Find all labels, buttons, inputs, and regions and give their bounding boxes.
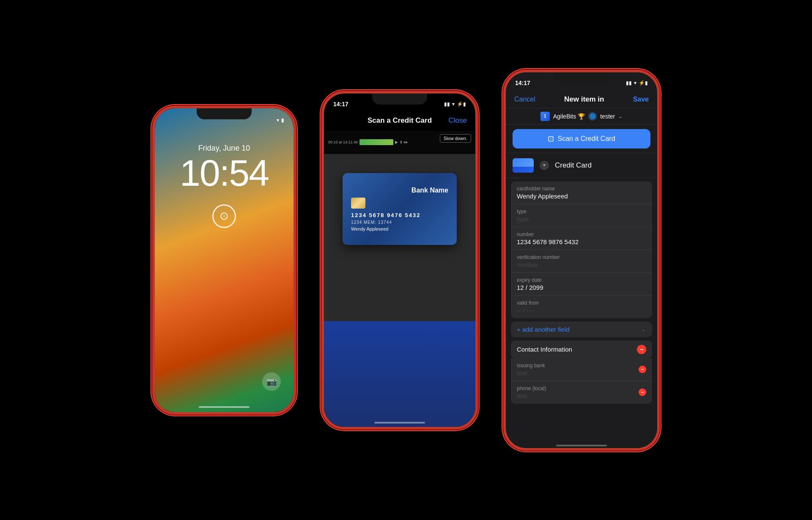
number-field[interactable]: number 1234 5678 9876 5432	[511, 227, 652, 250]
volume-up-button[interactable]	[503, 136, 505, 161]
silent-button[interactable]	[503, 110, 505, 127]
phone-local-label: phone (local)	[517, 385, 546, 391]
scan-credit-card-button[interactable]: ⊡ Scan a Credit Card	[513, 129, 650, 149]
main-fields-group: cardholder name Wendy Appleseed type typ…	[511, 182, 652, 318]
save-button[interactable]: Save	[633, 96, 649, 103]
volume-down-button[interactable]	[152, 204, 154, 229]
form-fields: cardholder name Wendy Appleseed type typ…	[506, 178, 657, 440]
dropdown-arrow-icon: ▼	[542, 163, 546, 168]
account-name: AgileBits 🏆	[553, 113, 585, 120]
form-nav: Cancel New item in Save	[506, 89, 657, 108]
home-indicator[interactable]	[374, 422, 425, 424]
form-status-bar: 14:17 ▮▮ ▾ ⚡▮	[506, 72, 657, 89]
expiry-date-field[interactable]: expiry date 12 / 2099	[511, 273, 652, 296]
power-button[interactable]	[477, 144, 478, 178]
account-selector-row[interactable]: 1 AgileBits 🏆 🌐 tester ⌄	[506, 108, 657, 125]
minus-icon: −	[641, 390, 644, 395]
add-field-label: + add another field	[517, 326, 570, 333]
wifi-icon: ▾	[634, 80, 636, 86]
scan-button-label: Scan a Credit Card	[557, 135, 615, 143]
valid-from-label: valid from	[517, 300, 646, 306]
scan-close-button[interactable]: Close	[449, 116, 467, 125]
signal-icon: ▮▮	[626, 80, 632, 86]
tester-name: tester	[600, 113, 615, 120]
valid-from-field[interactable]: valid from -- / ----	[511, 296, 652, 318]
remove-contact-section-button[interactable]: −	[637, 345, 646, 354]
battery-icon: ⚡▮	[639, 80, 648, 86]
issuing-bank-placeholder: text	[517, 369, 545, 377]
phone-lock-screen: ▾ ▮ Friday, June 10 10:54 ⊙ 📷	[152, 106, 296, 415]
home-bar[interactable]	[556, 445, 607, 446]
form-status-icons: ▮▮ ▾ ⚡▮	[626, 80, 648, 86]
number-label: number	[517, 231, 646, 237]
card-bank-name: Bank Name	[351, 187, 448, 194]
type-label: type	[517, 209, 646, 215]
volume-down-button[interactable]	[321, 189, 323, 214]
issuing-bank-field[interactable]: issuing bank text −	[511, 358, 652, 381]
contact-section-title: Contact Information	[517, 346, 572, 353]
account-chevron-icon: ⌄	[618, 113, 623, 119]
minus-icon: −	[641, 367, 644, 372]
add-field-row[interactable]: + add another field ⌄	[511, 322, 652, 337]
power-button[interactable]	[658, 123, 660, 157]
expiry-value: 12 / 2099	[517, 284, 646, 291]
scan-camera-area: 00:10 at 14:11:49 ▶ ⏸ ⏭ Slow down. Bank …	[324, 131, 475, 427]
volume-up-button[interactable]	[321, 157, 323, 182]
contact-fields-group: issuing bank text − phone (local)	[511, 358, 652, 404]
lock-date: Friday, June 10	[198, 144, 250, 153]
scan-status-bar: 14:17 ▮▮ ▾ ⚡▮	[324, 94, 475, 110]
type-field[interactable]: type type	[511, 204, 652, 227]
phone-local-field[interactable]: phone (local) text −	[511, 381, 652, 404]
remove-issuing-bank-button[interactable]: −	[639, 366, 646, 373]
logo-text: 1	[544, 114, 546, 118]
phone-form-screen: 14:17 ▮▮ ▾ ⚡▮ Cancel New item in Save 1	[503, 70, 660, 451]
card-name: Wendy Appleseed	[351, 226, 448, 231]
status-icons: ▾ ▮	[277, 117, 284, 123]
volume-down-button[interactable]	[503, 168, 505, 193]
camera-background: 00:10 at 14:11:49 ▶ ⏸ ⏭ Slow down. Bank …	[324, 131, 475, 427]
video-timecode: 00:10 at 14:11:49	[328, 140, 358, 144]
cardholder-name-field[interactable]: cardholder name Wendy Appleseed	[511, 182, 652, 204]
cancel-button[interactable]: Cancel	[514, 96, 535, 103]
lock-app-icon[interactable]: ⊙	[212, 204, 236, 228]
battery-icon: ▮	[281, 117, 284, 123]
wifi-icon: ▾	[277, 117, 279, 123]
verification-label: verification number	[517, 254, 646, 260]
trophy-icon: 🏆	[578, 113, 585, 120]
verification-number-field[interactable]: verification number number	[511, 250, 652, 273]
silent-button[interactable]	[321, 132, 323, 149]
remove-phone-local-button[interactable]: −	[639, 388, 646, 396]
onepassword-lock-icon: ⊙	[219, 209, 229, 223]
cardholder-name-label: cardholder name	[517, 186, 646, 192]
signal-icon: ▮▮	[444, 101, 450, 107]
lock-time: 10:54	[180, 154, 269, 192]
silent-button[interactable]	[152, 146, 154, 163]
card-type-dropdown-icon[interactable]: ▼	[540, 161, 549, 170]
agilebits-logo: 1	[540, 112, 550, 121]
power-button[interactable]	[295, 159, 296, 193]
camera-shortcut[interactable]: 📷	[262, 372, 281, 391]
scan-status-time: 14:17	[333, 101, 348, 107]
cardholder-name-value: Wendy Appleseed	[517, 193, 646, 200]
scan-screen-content: 14:17 ▮▮ ▾ ⚡▮ Scan a Credit Card Close 0…	[324, 94, 475, 427]
volume-up-button[interactable]	[152, 172, 154, 197]
phone-local-placeholder: text	[517, 392, 546, 399]
verification-placeholder: number	[517, 261, 646, 268]
video-controls: ▶ ⏸ ⏭	[395, 140, 408, 144]
form-status-time: 14:17	[515, 80, 530, 86]
scanned-credit-card: Bank Name 1234 5678 9476 5432 1234 MEM: …	[343, 173, 457, 245]
valid-from-placeholder: -- / ----	[517, 307, 646, 314]
lock-screen-content: ▾ ▮ Friday, June 10 10:54 ⊙ 📷	[155, 108, 294, 412]
card-chip	[351, 198, 365, 209]
type-placeholder: type	[517, 215, 646, 223]
battery-icon: ⚡▮	[457, 101, 466, 107]
card-expiry: 1234 MEM: 13744	[351, 220, 448, 225]
home-indicator[interactable]	[199, 406, 250, 408]
number-value: 1234 5678 9876 5432	[517, 238, 646, 245]
wifi-icon: ▾	[452, 101, 455, 107]
slow-down-badge: Slow down.	[440, 134, 471, 143]
lock-status-bar: ▾ ▮	[155, 108, 294, 127]
scan-icon: ⊡	[548, 134, 554, 143]
add-field-left: + add another field	[517, 326, 570, 333]
expiry-label: expiry date	[517, 277, 646, 283]
